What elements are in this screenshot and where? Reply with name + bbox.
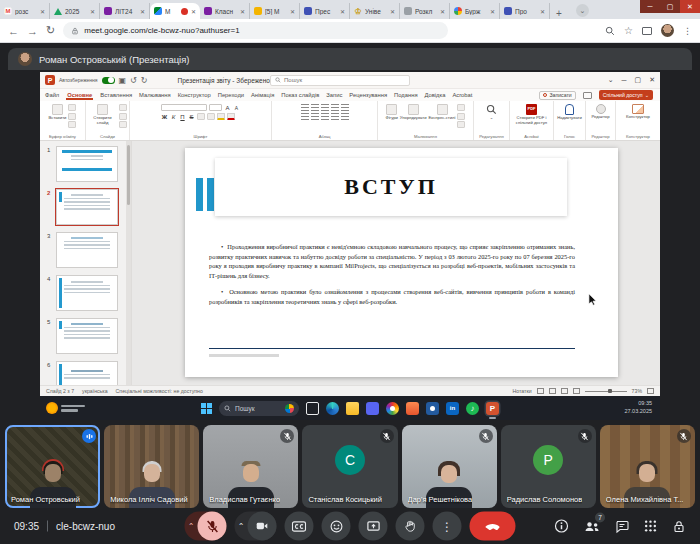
file-explorer-icon[interactable] (346, 402, 359, 415)
slide-thumbnail-4[interactable]: 4 (56, 275, 118, 311)
shapes-button[interactable]: Фігури (386, 104, 398, 121)
align-right-icon[interactable] (321, 113, 329, 120)
cut-icon[interactable] (68, 104, 76, 111)
slide-canvas[interactable]: ВСТУП • Проходження виробничої практики … (185, 148, 618, 377)
ribbon-tab-transitions[interactable]: Переходи (218, 92, 244, 98)
shape-fill-icon[interactable] (457, 104, 465, 111)
captions-button[interactable] (285, 512, 314, 541)
indent-increase-icon[interactable] (331, 104, 339, 111)
participant-tile-6[interactable]: P Радислав Соломонов (501, 425, 596, 508)
comments-icon[interactable] (583, 92, 592, 99)
autosave-toggle[interactable] (102, 77, 115, 84)
tab-close-icon[interactable]: ✕ (240, 8, 245, 15)
browser-tab-schedule[interactable]: Розкл✕ (400, 3, 450, 19)
participant-tile-3[interactable]: Владислав Гутаєнко (203, 425, 298, 508)
reading-view-icon[interactable] (561, 388, 568, 394)
arrange-button[interactable]: Упорядкувати (400, 104, 427, 121)
linkedin-icon[interactable]: in (446, 402, 459, 415)
font-name-select[interactable] (161, 104, 207, 111)
shape-outline-icon[interactable] (457, 113, 465, 120)
raise-hand-button[interactable] (396, 512, 425, 541)
ribbon-tab-draw[interactable]: Малювання (139, 92, 171, 98)
reset-icon[interactable] (119, 113, 127, 120)
tab-close-icon[interactable]: ✕ (390, 8, 395, 15)
slide-sorter-view-icon[interactable] (549, 388, 556, 394)
browser-tab-drive[interactable]: 2025✕ (50, 3, 100, 19)
end-call-button[interactable] (470, 512, 516, 541)
url-field[interactable]: meet.google.com/cle-bcwz-nuo?authuser=1 (63, 22, 448, 39)
spotify-icon[interactable]: ♪ (466, 402, 479, 415)
shape-effects-icon[interactable] (457, 121, 465, 128)
participant-tile-5[interactable]: Дар'я Решетнікова (402, 425, 497, 508)
paste-button[interactable]: Вставити (49, 104, 67, 121)
slide-thumbnail-6[interactable]: 6 (56, 361, 118, 385)
ribbon-tab-review[interactable]: Рецензування (349, 92, 387, 98)
bullets-icon[interactable] (301, 104, 309, 111)
taskbar-search-box[interactable]: Пошук (219, 401, 299, 416)
tab-close-icon[interactable]: ✕ (90, 8, 95, 15)
font-color-icon[interactable] (227, 113, 235, 120)
app-icon[interactable] (406, 402, 419, 415)
slide-thumbnail-3[interactable]: 3 (56, 232, 118, 268)
reactions-button[interactable] (322, 512, 351, 541)
slideshow-view-icon[interactable] (573, 388, 580, 394)
tab-close-icon[interactable]: ✕ (290, 8, 295, 15)
shrink-font-icon[interactable]: А (233, 105, 240, 111)
back-icon[interactable]: ← (8, 25, 19, 37)
chat-button[interactable] (615, 519, 629, 533)
section-icon[interactable] (119, 121, 127, 128)
tab-close-icon[interactable]: ✕ (490, 8, 495, 15)
dictate-button[interactable]: Надиктувати (557, 104, 582, 121)
share-button[interactable]: Спільний доступ⌄ (599, 90, 653, 100)
designer-button[interactable]: Конструктор (626, 104, 650, 120)
browser-tab-meet-active[interactable]: М✕ (150, 3, 200, 19)
edge-browser-icon[interactable] (326, 402, 339, 415)
thumbnail-scrollbar[interactable] (126, 141, 131, 385)
mic-options-chevron-icon[interactable]: ⌃ (185, 522, 198, 531)
grow-font-icon[interactable]: А (224, 105, 231, 111)
ribbon-tab-view[interactable]: Подання (394, 92, 417, 98)
redo-icon[interactable]: ↻ (141, 76, 148, 85)
browser-tab-mail[interactable]: [5] М✕ (250, 3, 300, 19)
tab-close-icon[interactable]: ✕ (191, 8, 196, 15)
layout-icon[interactable] (119, 104, 127, 111)
browser-tab-pro[interactable]: Про✕ (500, 3, 550, 19)
browser-tab-classroom[interactable]: Класн✕ (200, 3, 250, 19)
slide-title-box[interactable]: ВСТУП (215, 158, 567, 216)
browser-tab-lit24[interactable]: ЛІТ24✕ (100, 3, 150, 19)
strikethrough-button[interactable]: S (188, 114, 195, 120)
participant-tile-7[interactable]: Олена Михайлівна Т... (600, 425, 695, 508)
align-center-icon[interactable] (311, 113, 319, 120)
browser-tab-university[interactable]: ♔Уніве✕ (350, 3, 400, 19)
accessibility-status[interactable]: Спеціальні можливості: не доступно (116, 388, 203, 394)
slide-thumbnail-5[interactable]: 5 (56, 318, 118, 354)
ribbon-tab-slideshow[interactable]: Показ слайдів (281, 92, 319, 98)
start-button-icon[interactable] (201, 403, 212, 414)
search-icon[interactable] (605, 26, 615, 36)
window-close-button[interactable]: ✕ (680, 0, 700, 13)
tab-close-icon[interactable]: ✕ (140, 8, 145, 15)
ribbon-tab-design[interactable]: Конструктор (178, 92, 211, 98)
browser-menu-icon[interactable]: ⋮ (683, 26, 692, 36)
new-tab-button[interactable]: + (556, 8, 562, 19)
editor-button[interactable]: Редактор (591, 104, 609, 120)
tab-close-icon[interactable]: ✕ (340, 8, 345, 15)
more-options-button[interactable]: ⋮ (433, 512, 462, 541)
ppt-close-button[interactable]: ✕ (649, 76, 655, 84)
save-icon[interactable]: ▣ (119, 76, 127, 85)
slide-thumbnail-1[interactable]: 1 (56, 146, 118, 182)
participant-tile-1[interactable]: Роман Островський (5, 425, 100, 508)
undo-icon[interactable]: ↺ (130, 76, 137, 85)
tab-search-chevron-icon[interactable]: ⌄ (576, 4, 589, 17)
camera-options-chevron-icon[interactable]: ⌃ (235, 522, 248, 531)
slide-body-text[interactable]: • Проходження виробничої практики є неві… (209, 242, 575, 314)
participant-tile-2[interactable]: Микола Ілліч Садовий (104, 425, 199, 508)
bold-button[interactable]: Ж (161, 114, 168, 120)
ribbon-tab-help[interactable]: Довідка (425, 92, 446, 98)
host-controls-button[interactable] (672, 519, 686, 533)
meeting-details-button[interactable] (554, 519, 569, 534)
indent-decrease-icon[interactable] (321, 104, 329, 111)
browser-tab-pres[interactable]: Прес✕ (300, 3, 350, 19)
ribbon-tab-record[interactable]: Запис (326, 92, 342, 98)
quick-styles-button[interactable]: Експрес-стилі (429, 104, 456, 121)
